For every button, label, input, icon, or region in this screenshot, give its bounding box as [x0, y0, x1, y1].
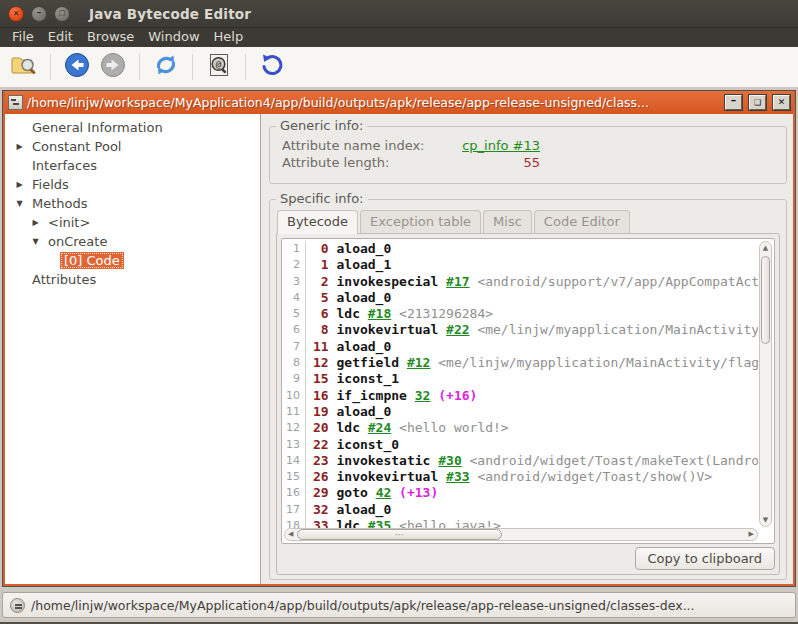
tab-misc[interactable]: Misc [483, 210, 532, 233]
frame-body: General Information▶Constant PoolInterfa… [5, 114, 793, 584]
bytecode-line: 1629 goto 42 (+13) [283, 485, 758, 501]
scroll-left-arrow-icon[interactable] [288, 530, 293, 538]
expanded-arrow-icon[interactable]: ▼ [11, 199, 28, 208]
constant-pool-ref-link[interactable]: 42 [376, 485, 392, 500]
line-number: 4 [283, 290, 306, 306]
minimize-button[interactable] [31, 6, 47, 22]
collapsed-arrow-icon[interactable]: ▶ [11, 180, 28, 189]
tree-item-label: Interfaces [28, 157, 101, 174]
mdi-desktop: /home/linjw/workspace/MyApplication4/app… [0, 88, 798, 589]
tree-item-init[interactable]: ▶<init> [5, 213, 260, 232]
menu-item-file[interactable]: File [5, 28, 41, 47]
frame-restore-button[interactable] [749, 95, 766, 110]
tree-item-general-information[interactable]: General Information [5, 118, 260, 137]
constant-pool-ref-link[interactable]: 32 [415, 388, 431, 403]
back-button[interactable] [59, 50, 95, 84]
tab-code-editor[interactable]: Code Editor [534, 210, 630, 233]
bytecode-line: 3 2 invokespecial #17 <android/support/v… [283, 274, 758, 290]
toolbar-separator [192, 54, 193, 80]
line-number: 2 [283, 257, 306, 273]
attribute-name-index-label: Attribute name index: [282, 137, 450, 154]
attribute-length-row: Attribute length: 55 [282, 154, 774, 171]
specific-info-group: Specific info: BytecodeException tableMi… [269, 199, 787, 580]
specific-info-legend: Specific info: [276, 191, 368, 206]
revert-icon [259, 52, 285, 82]
attribute-length-value: 55 [450, 154, 540, 171]
tab-bytecode[interactable]: Bytecode [277, 210, 358, 234]
constant-pool-ref-link[interactable]: #30 [438, 453, 461, 468]
attribute-length-label: Attribute length: [282, 154, 450, 171]
class-file-frame: /home/linjw/workspace/MyApplication4/app… [2, 90, 796, 587]
constant-pool-ref-link[interactable]: #12 [407, 355, 430, 370]
expanded-arrow-icon[interactable]: ▼ [27, 237, 44, 246]
line-number: 11 [283, 404, 306, 420]
tree-item-0-code[interactable]: [0] Code [5, 251, 260, 270]
tree-item-methods[interactable]: ▼Methods [5, 194, 260, 213]
menu-item-window[interactable]: Window [141, 28, 206, 47]
line-number: 12 [283, 420, 306, 436]
instruction: 26 invokevirtual #33 <android/widget/Toa… [306, 469, 712, 485]
constant-pool-ref-link[interactable]: #22 [446, 322, 469, 337]
constant-pool-ref-link[interactable]: #18 [368, 306, 391, 321]
instruction: 15 iconst_1 [306, 371, 399, 387]
collapsed-arrow-icon[interactable]: ▶ [27, 218, 44, 227]
horizontal-scroll-thumb[interactable] [297, 529, 502, 540]
title-bar: Java Bytecode Editor [0, 0, 798, 28]
vertical-scroll-thumb[interactable] [761, 256, 770, 344]
tree-item-attributes[interactable]: Attributes [5, 270, 260, 289]
tree-item-fields[interactable]: ▶Fields [5, 175, 260, 194]
frame-title-bar[interactable]: /home/linjw/workspace/MyApplication4/app… [5, 91, 793, 114]
menu-item-browse[interactable]: Browse [80, 28, 141, 47]
instruction: 23 invokestatic #30 <android/widget/Toas… [306, 453, 758, 469]
frame-minimize-button[interactable] [725, 95, 742, 110]
status-path: /home/linjw/workspace/MyApplication4/app… [31, 598, 695, 613]
toolbar-separator [139, 54, 140, 80]
bytecode-line: 2 1 aload_1 [283, 257, 758, 273]
instruction: 6 ldc #18 <2131296284> [306, 306, 493, 322]
menu-item-edit[interactable]: Edit [41, 28, 80, 47]
horizontal-scrollbar[interactable] [284, 528, 758, 541]
instruction: 0 aload_0 [306, 241, 391, 257]
tree-item-label: Methods [28, 195, 92, 212]
tree-item-label: onCreate [44, 233, 111, 250]
line-number: 10 [283, 388, 306, 404]
line-number: 3 [283, 274, 306, 290]
find-in-file-icon: @ [206, 52, 232, 82]
line-number: 16 [283, 485, 306, 501]
maximize-button[interactable] [54, 6, 70, 22]
constant-pool-ref-link[interactable]: #33 [446, 469, 469, 484]
frame-close-button[interactable] [773, 95, 790, 110]
instruction: 8 invokevirtual #22 <me/linjw/myapplicat… [306, 322, 758, 338]
menu-item-help[interactable]: Help [207, 28, 251, 47]
open-class-button[interactable] [6, 50, 42, 84]
tab-exception-table[interactable]: Exception table [360, 210, 481, 233]
reload-icon [153, 52, 179, 82]
tree-item-constant-pool[interactable]: ▶Constant Pool [5, 137, 260, 156]
tree-item-oncreate[interactable]: ▼onCreate [5, 232, 260, 251]
bytecode-tab-content: 1 0 aload_02 1 aload_13 2 invokespecial … [276, 233, 780, 575]
svg-text:@: @ [216, 59, 222, 69]
bytecode-line: 5 6 ldc #18 <2131296284> [283, 306, 758, 322]
close-button[interactable] [8, 6, 24, 22]
constant-pool-link[interactable]: cp_info #13 [450, 137, 540, 154]
scroll-right-arrow-icon[interactable] [749, 530, 754, 538]
constant-pool-ref-link[interactable]: #24 [368, 420, 391, 435]
instruction: 29 goto 42 (+13) [306, 485, 438, 501]
forward-button[interactable] [95, 50, 131, 84]
reload-button[interactable] [148, 50, 184, 84]
collapsed-arrow-icon[interactable]: ▶ [11, 142, 28, 151]
scroll-down-arrow-icon[interactable] [760, 516, 771, 524]
vertical-scrollbar[interactable] [759, 241, 772, 527]
find-button[interactable]: @ [201, 50, 237, 84]
attribute-name-index-row: Attribute name index: cp_info #13 [282, 137, 774, 154]
copy-to-clipboard-button[interactable]: Copy to clipboard [635, 547, 775, 570]
bytecode-line: 915 iconst_1 [283, 371, 758, 387]
scroll-up-arrow-icon[interactable] [760, 244, 771, 252]
constant-pool-ref-link[interactable]: #17 [446, 274, 469, 289]
instruction: 32 aload_0 [306, 502, 391, 518]
line-number: 1 [283, 241, 306, 257]
frame-task-button[interactable]: /home/linjw/workspace/MyApplication4/app… [2, 592, 796, 618]
tree-item-interfaces[interactable]: Interfaces [5, 156, 260, 175]
constant-pool-ref-link[interactable]: #35 [368, 518, 391, 528]
revert-button[interactable] [254, 50, 290, 84]
